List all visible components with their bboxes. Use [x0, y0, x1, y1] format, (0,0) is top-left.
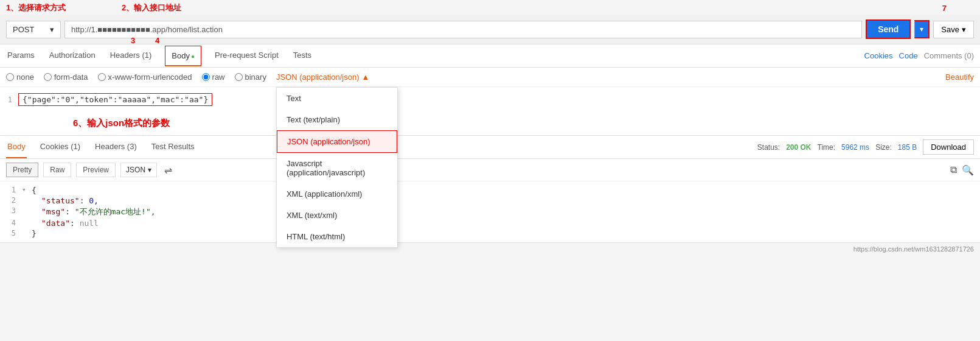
- dropdown-javascript[interactable]: Javascript (application/javascript): [277, 153, 397, 183]
- pretty-button[interactable]: Pretty: [6, 163, 38, 177]
- opt-none[interactable]: none: [6, 72, 34, 82]
- tabs-row: 3 4 Params Authorization Headers (1) Bod…: [0, 44, 980, 68]
- annotation-2: 2、输入接口地址: [122, 2, 181, 13]
- annotation-4: 4: [155, 36, 159, 45]
- copy-icon[interactable]: ⧉: [950, 164, 957, 176]
- beautify-button[interactable]: Beautify: [945, 72, 974, 82]
- bottom-tab-cookies[interactable]: Cookies (1): [39, 136, 82, 158]
- send-label: Send: [878, 24, 898, 34]
- resp-fold-2: [22, 196, 32, 205]
- resp-val-2: 0,: [89, 196, 99, 205]
- resp-fold-3: [22, 206, 32, 217]
- tab-right-actions: Cookies Code Comments (0): [864, 51, 974, 60]
- tab-authorization[interactable]: Authorization: [48, 44, 97, 67]
- json-arrow: ▾: [148, 166, 151, 174]
- cookies-link[interactable]: Cookies: [864, 51, 893, 60]
- resp-linenum-1: 1: [0, 186, 22, 195]
- resp-key-3: "msg": [41, 207, 65, 216]
- json-label: JSON: [126, 166, 145, 174]
- bottom-tabs-row: Body Cookies (1) Headers (3) Test Result…: [0, 136, 980, 159]
- send-button[interactable]: Send: [866, 19, 911, 39]
- resp-fold-4: [22, 219, 32, 228]
- footer-link[interactable]: https://blog.csdn.net/wm1631282871726: [853, 245, 974, 253]
- body-dot: ●: [191, 53, 195, 60]
- resp-key-4: "data": [41, 219, 70, 228]
- opt-binary[interactable]: binary: [235, 72, 266, 82]
- footer-bar: https://blog.csdn.net/wm1631282871726: [0, 242, 980, 255]
- resp-fold-1[interactable]: ▾: [22, 186, 32, 195]
- opt-raw[interactable]: raw: [202, 72, 225, 82]
- wrap-icon[interactable]: ⇌: [164, 164, 172, 176]
- format-label: JSON (application/json): [276, 72, 360, 82]
- tab-tests[interactable]: Tests: [292, 44, 313, 67]
- dropdown-text-plain[interactable]: Text (text/plain): [277, 109, 397, 130]
- body-options-row: none form-data x-www-form-urlencoded raw…: [0, 68, 980, 87]
- radio-binary[interactable]: [235, 73, 243, 81]
- resp-fold-5: [22, 229, 32, 238]
- tab-headers[interactable]: Headers (1): [109, 44, 153, 67]
- radio-none[interactable]: [6, 73, 14, 81]
- code-line-1: 1 {"page":"0","token":"aaaaa","mac":"aa"…: [0, 92, 980, 107]
- resp-linenum-2: 2: [0, 196, 22, 205]
- send-dropdown-button[interactable]: ▾: [914, 20, 930, 38]
- bottom-tab-body[interactable]: Body: [6, 136, 27, 158]
- response-code-area: 1 ▾ { 2 "status": 0, 3 "msg": "不允许的mac地址…: [0, 181, 980, 242]
- line-num-1: 1: [0, 96, 18, 104]
- tab-params[interactable]: Params: [6, 44, 36, 67]
- resp-linenum-5: 5: [0, 229, 22, 238]
- resp-linenum-3: 3: [0, 206, 22, 217]
- resp-line-4: 4 "data": null: [0, 218, 980, 228]
- time-value: 5962 ms: [841, 143, 869, 152]
- bottom-tab-test-results[interactable]: Test Results: [150, 136, 196, 158]
- resp-key-2: "status": [41, 196, 80, 205]
- radio-form-data[interactable]: [44, 73, 52, 81]
- raw-button[interactable]: Raw: [43, 163, 71, 177]
- json-format-select[interactable]: JSON ▾: [120, 163, 157, 177]
- tab-pre-request[interactable]: Pre-request Script: [214, 44, 280, 67]
- opt-urlencoded[interactable]: x-www-form-urlencoded: [98, 72, 192, 82]
- size-value: 185 B: [898, 143, 917, 152]
- annotation-7: 7: [942, 4, 947, 13]
- download-button[interactable]: Download: [923, 139, 974, 155]
- method-arrow: ▾: [50, 25, 54, 34]
- preview-button[interactable]: Preview: [76, 163, 116, 177]
- code-link[interactable]: Code: [899, 51, 918, 60]
- annotation-3: 3: [131, 36, 135, 45]
- resp-line-5: 5 }: [0, 228, 980, 239]
- code-editor: 1 {"page":"0","token":"aaaaa","mac":"aa"…: [0, 87, 980, 136]
- size-label: Size:: [875, 143, 892, 152]
- search-icon[interactable]: 🔍: [962, 164, 974, 176]
- format-select[interactable]: JSON (application/json) ▲ Text Text (tex…: [276, 72, 369, 82]
- save-arrow: ▾: [962, 25, 966, 34]
- resp-text-5: }: [32, 229, 36, 238]
- status-value: 200 OK: [786, 143, 811, 152]
- dropdown-json[interactable]: JSON (application/json): [277, 130, 397, 153]
- tab-body[interactable]: Body●: [165, 46, 201, 66]
- radio-urlencoded[interactable]: [98, 73, 106, 81]
- send-dropdown-arrow: ▾: [920, 25, 923, 33]
- status-label: Status:: [757, 143, 780, 152]
- time-label: Time:: [818, 143, 836, 152]
- resp-val-3: "不允许的mac地址!",: [75, 207, 156, 216]
- resp-line-3: 3 "msg": "不允许的mac地址!",: [0, 206, 980, 218]
- code-content-1: {"page":"0","token":"aaaaa","mac":"aa"}: [18, 93, 212, 106]
- bottom-tab-headers[interactable]: Headers (3): [94, 136, 138, 158]
- resp-linenum-4: 4: [0, 219, 22, 228]
- annotation-6: 6、输入json格式的参数: [73, 118, 170, 129]
- save-button[interactable]: Save ▾: [933, 21, 974, 38]
- comments-link[interactable]: Comments (0): [924, 51, 974, 60]
- url-input[interactable]: [64, 21, 862, 38]
- resp-val-4: null: [80, 219, 99, 228]
- resp-line-1: 1 ▾ {: [0, 185, 980, 195]
- dropdown-xml-text[interactable]: XML (text/xml): [277, 205, 397, 226]
- opt-form-data[interactable]: form-data: [44, 72, 88, 82]
- radio-raw[interactable]: [202, 73, 210, 81]
- resp-text-1: {: [32, 186, 36, 195]
- method-value: POST: [13, 25, 34, 34]
- dropdown-text[interactable]: Text: [277, 88, 397, 109]
- method-select[interactable]: POST ▾: [6, 21, 61, 38]
- dropdown-html[interactable]: HTML (text/html): [277, 226, 397, 247]
- save-label: Save: [941, 25, 959, 34]
- status-bar: Status: 200 OK Time: 5962 ms Size: 185 B…: [757, 139, 974, 155]
- dropdown-xml-app[interactable]: XML (application/xml): [277, 183, 397, 205]
